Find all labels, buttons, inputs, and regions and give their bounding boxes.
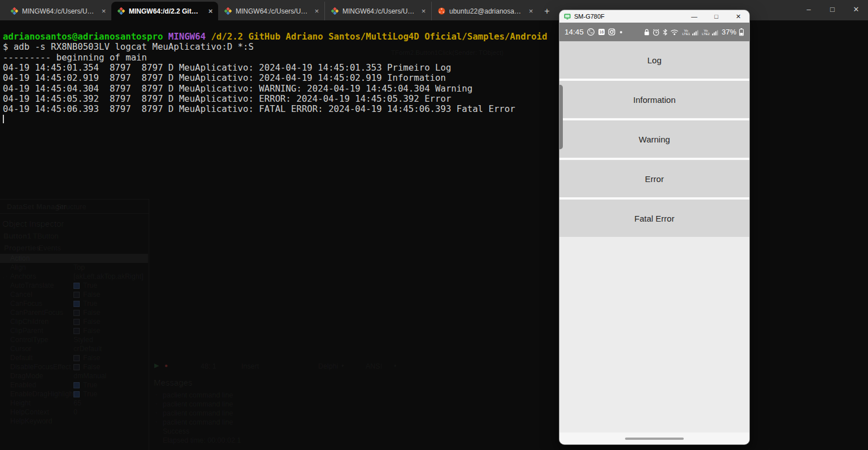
phone-window-titlebar[interactable]: SM-G780F — □ ✕: [559, 10, 749, 23]
volte1-signal-icon: VoLTE1: [682, 29, 690, 36]
log-text: 04-19 14:45:02.919 8797 8797 D MeuAplica…: [3, 72, 446, 83]
calendar-day: 16: [599, 30, 604, 34]
log-text: 04-19 14:45:01.354 8797 8797 D MeuAplica…: [3, 62, 451, 73]
prompt-line: adrianosantos@adrianosantospro MINGW64 /…: [3, 32, 547, 42]
close-button[interactable]: ✕: [844, 0, 868, 18]
tab-label: MINGW64:/c/Users/User: [236, 7, 309, 15]
ubuntu-icon: [438, 7, 445, 15]
tab-close-icon[interactable]: ×: [527, 7, 535, 15]
instagram-icon: [608, 28, 615, 36]
tab-label: ubuntu22@adrianosantos: [449, 7, 523, 15]
status-bar-right: VoLTE1 VoLTE2 37%: [644, 28, 744, 36]
bluetooth-icon: [662, 28, 668, 36]
battery-icon: [739, 28, 744, 36]
log-line: 04-19 14:45:05.392 8797 8797 D MeuAplica…: [3, 94, 451, 104]
tab-mingw64-3[interactable]: MINGW64:/c/Users/User ×: [218, 2, 325, 20]
log-text: --------- beginning of main: [3, 52, 147, 63]
log-line: 04-19 14:45:01.354 8797 8797 D MeuAplica…: [3, 63, 451, 73]
edge-panel-handle[interactable]: [559, 85, 563, 149]
git-mingw-icon: [11, 7, 18, 15]
command-text: $ adb -s RX8NB0503LV logcat MeuAplicativ…: [3, 41, 254, 52]
notification-dot: [620, 31, 622, 33]
signal-bars-icon: [692, 29, 698, 36]
log-line: 04-19 14:45:06.393 8797 8797 D MeuAplica…: [3, 104, 515, 114]
log-line: --------- beginning of main: [3, 53, 147, 63]
desktop: TForm2.Button1Click(Sender: TObject) Dat…: [0, 0, 868, 450]
signal-bars-icon: [712, 29, 718, 36]
wifi-icon: [670, 29, 679, 36]
log-line: 04-19 14:45:04.304 8797 8797 D MeuAplica…: [3, 84, 472, 94]
tab-label: MINGW64:/c/Users/User: [22, 7, 96, 15]
alarm-icon: [652, 28, 660, 36]
prompt-env: MINGW64: [168, 31, 206, 42]
scrcpy-app-icon: [564, 13, 571, 20]
prompt-user: adrianosantos@adrianosantospro: [3, 31, 163, 42]
android-status-bar: 14:45 16 VoLTE1 VoLTE2 37%: [559, 23, 749, 41]
tab-close-icon[interactable]: ×: [206, 7, 215, 15]
information-button[interactable]: Information: [559, 81, 749, 118]
command-line: $ adb -s RX8NB0503LV logcat MeuAplicativ…: [3, 42, 254, 52]
tab-close-icon[interactable]: ×: [99, 7, 108, 15]
fatal-error-button[interactable]: Fatal Error: [559, 200, 749, 237]
status-time: 14:45: [565, 28, 584, 36]
tab-mingw64-4[interactable]: MINGW64:/c/Users/User ×: [325, 2, 432, 20]
phone-window-title: SM-G780F: [574, 13, 605, 20]
prompt-path: /d/2.2 GitHub Adriano Santos/MultiLog4D …: [211, 31, 547, 42]
git-mingw-icon: [331, 7, 338, 15]
terminal-cursor: [3, 115, 4, 123]
log-text: 04-19 14:45:06.393 8797 8797 D MeuAplica…: [3, 103, 515, 114]
tab-ubuntu[interactable]: ubuntu22@adrianosantos ×: [432, 2, 539, 20]
maximize-button[interactable]: □: [821, 0, 844, 18]
calendar-icon: 16: [598, 28, 605, 36]
tab-close-icon[interactable]: ×: [419, 7, 428, 15]
tab-label: MINGW64:/c/Users/User: [342, 7, 415, 15]
tab-mingw64-1[interactable]: MINGW64:/c/Users/User ×: [5, 2, 111, 20]
phone-mirror-window: SM-G780F — □ ✕ 14:45 16 VoLTE1 VoLTE2: [559, 10, 749, 444]
new-tab-button[interactable]: +: [539, 2, 555, 20]
log-line: 04-19 14:45:02.919 8797 8797 D MeuAplica…: [3, 73, 446, 83]
warning-button[interactable]: Warning: [559, 120, 749, 158]
terminal-window-controls: – □ ✕: [797, 0, 868, 18]
tab-close-icon[interactable]: ×: [313, 7, 321, 15]
battery-percent: 37%: [722, 28, 736, 36]
phone-screen[interactable]: Log Information Warning Error Fatal Erro…: [559, 41, 749, 444]
whatsapp-icon: [587, 28, 595, 36]
volte2-signal-icon: VoLTE2: [702, 29, 710, 36]
git-mingw-icon: [224, 7, 232, 15]
log-text: 04-19 14:45:05.392 8797 8797 D MeuAplica…: [3, 93, 451, 104]
tab-mingw64-2-active[interactable]: MINGW64:/d/2.2 GitHub ×: [111, 2, 218, 20]
close-button[interactable]: ✕: [727, 10, 749, 23]
volte-label: LTE2: [702, 32, 710, 36]
volte-label: LTE1: [682, 32, 690, 36]
log-text: 04-19 14:45:04.304 8797 8797 D MeuAplica…: [3, 83, 472, 94]
minimize-button[interactable]: —: [683, 10, 705, 23]
secure-folder-icon: [644, 28, 650, 36]
tab-label: MINGW64:/d/2.2 GitHub: [129, 7, 202, 15]
home-indicator[interactable]: [625, 438, 684, 440]
button-stack: Log Information Warning Error Fatal Erro…: [559, 41, 749, 237]
minimize-button[interactable]: –: [797, 0, 821, 18]
phone-window-controls: — □ ✕: [683, 10, 749, 23]
maximize-button[interactable]: □: [705, 10, 727, 23]
log-button[interactable]: Log: [559, 41, 749, 79]
git-mingw-icon: [118, 7, 125, 15]
error-button[interactable]: Error: [559, 160, 749, 197]
